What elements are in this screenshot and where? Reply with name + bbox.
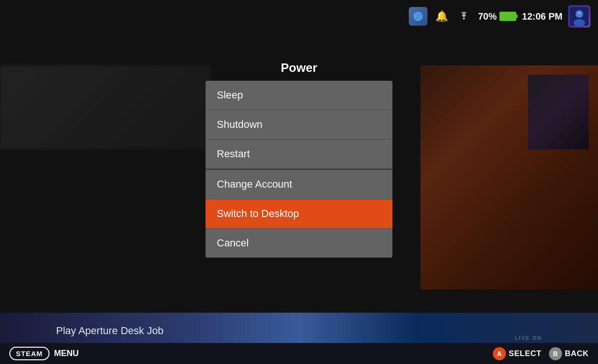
- menu-item-cancel[interactable]: Cancel: [206, 229, 392, 258]
- battery-icon: [499, 12, 516, 21]
- svg-point-0: [417, 15, 420, 18]
- user-avatar[interactable]: [568, 5, 591, 28]
- control-left: STEAM MENU: [9, 347, 79, 360]
- back-label: BACK: [565, 349, 589, 358]
- bg-right-art: [420, 65, 598, 289]
- back-control: B BACK: [549, 347, 589, 360]
- power-dialog: Power Sleep Shutdown Restart Change Acco…: [206, 61, 392, 258]
- power-title: Power: [206, 61, 392, 75]
- menu-item-change-account[interactable]: Change Account: [206, 169, 392, 199]
- time-display: 12:06 PM: [522, 11, 562, 22]
- battery-indicator: 70%: [478, 11, 516, 22]
- battery-percent: 70%: [478, 11, 497, 22]
- bg-right-art-inner: [528, 75, 589, 149]
- select-control: A SELECT: [493, 347, 541, 360]
- svg-point-4: [578, 12, 581, 14]
- control-bar: STEAM MENU A SELECT B BACK: [0, 343, 598, 364]
- notification-icon: 🔔: [433, 8, 450, 25]
- menu-item-sleep[interactable]: Sleep: [206, 81, 392, 110]
- steam-deck-icon: [409, 7, 427, 26]
- control-right: A SELECT B BACK: [493, 347, 589, 360]
- menu-label: MENU: [54, 349, 79, 358]
- menu-item-switch-to-desktop[interactable]: Switch to Desktop: [206, 199, 392, 229]
- b-button[interactable]: B: [549, 347, 562, 360]
- a-button[interactable]: A: [493, 347, 506, 360]
- menu-item-shutdown[interactable]: Shutdown: [206, 110, 392, 140]
- bottom-game-text: Play Aperture Desk Job: [56, 325, 164, 337]
- watermark: LIVE ON: [515, 335, 542, 341]
- status-bar: 🔔 70% 12:06 PM: [0, 0, 598, 33]
- select-label: SELECT: [509, 349, 541, 358]
- wifi-icon: [456, 8, 472, 25]
- menu-item-restart[interactable]: Restart: [206, 140, 392, 169]
- bg-left-art: [0, 65, 210, 149]
- steam-button[interactable]: STEAM: [9, 347, 50, 360]
- power-menu-container: Sleep Shutdown Restart Change Account Sw…: [206, 81, 392, 258]
